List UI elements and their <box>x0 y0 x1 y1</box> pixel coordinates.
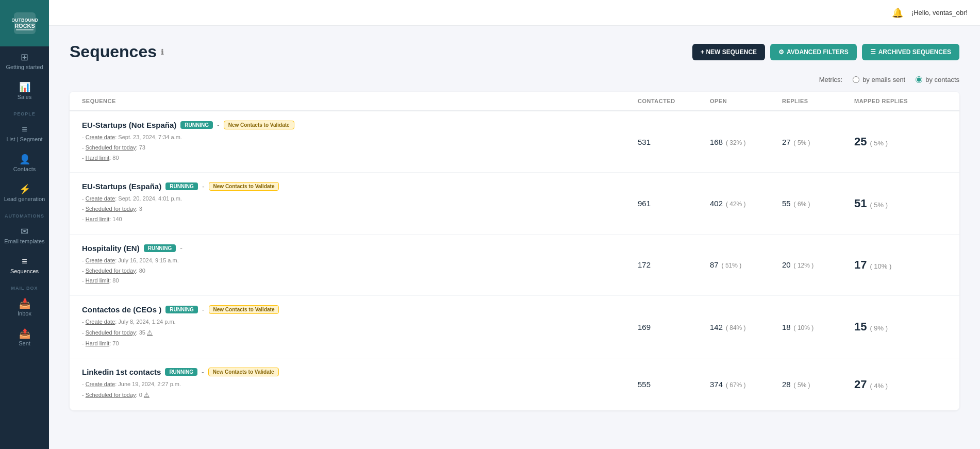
seq-name-3: Contactos de (CEOs ) Running - New Conta… <box>82 305 638 314</box>
advanced-filters-button[interactable]: ⚙ AVDANCED FILTERS <box>770 44 857 60</box>
grid-icon: ⊞ <box>21 53 28 62</box>
warn-icon: ⚠ <box>144 391 150 398</box>
running-badge: Running <box>144 244 176 252</box>
chart-icon: 📊 <box>19 82 30 92</box>
sidebar-logo[interactable]: OUTBOUND ROCKS <box>0 0 49 46</box>
metrics-label: Metrics: <box>819 76 843 84</box>
seq-cell-1: EU-Startups (España) Running - New Conta… <box>82 182 638 224</box>
contacted-cell-1: 961 <box>638 199 710 208</box>
filter-icon: ⚙ <box>778 48 784 56</box>
seq-name-4: Linkedin 1st contacts Running - New Cont… <box>82 368 638 376</box>
contacted-cell-4: 555 <box>638 380 710 389</box>
metrics-row: Metrics: by emails sent by contacts <box>70 76 959 84</box>
email-icon: ✉ <box>21 227 28 236</box>
open-cell-2: 87 ( 51% ) <box>710 260 782 269</box>
running-badge: Running <box>165 306 198 313</box>
topbar-greeting: ¡Hello, ventas_obr! <box>911 9 968 16</box>
seq-cell-2: Hospitality (EN) Running - - Create date… <box>82 244 638 286</box>
main-content: 🔔 ¡Hello, ventas_obr! Sequences ℹ + NEW … <box>49 0 980 449</box>
table-body: EU-Startups (Not España) Running - New C… <box>70 111 959 410</box>
seq-cell-3: Contactos de (CEOs ) Running - New Conta… <box>82 305 638 348</box>
warn-icon: ⚠ <box>147 329 153 336</box>
metrics-emails-label: by emails sent <box>862 76 905 84</box>
notification-bell-icon[interactable]: 🔔 <box>892 7 903 19</box>
table-row[interactable]: EU-Startups (España) Running - New Conta… <box>70 173 959 234</box>
mapped-replies-cell-4: 27 ( 4% ) <box>854 378 947 391</box>
sidebar-section-mailbox: MAIL BOX <box>0 280 49 293</box>
seq-name-0: EU-Startups (Not España) Running - New C… <box>82 121 638 129</box>
col-replies: REPLIES <box>782 98 854 104</box>
running-badge: Running <box>165 182 198 190</box>
list-icon: ≡ <box>22 125 27 134</box>
metrics-contacts-label: by contacts <box>925 76 959 84</box>
sidebar-item-lead-generation[interactable]: ⚡ Lead generation <box>0 178 49 208</box>
seq-meta-3: - Create date: July 8, 2024, 1:24 p.m. -… <box>82 317 638 348</box>
table-header: SEQUENCE CONTACTED OPEN REPLIES MAPPED R… <box>70 92 959 111</box>
table-row[interactable]: Hospitality (EN) Running - - Create date… <box>70 235 959 296</box>
validate-badge: New Contacts to Validate <box>209 305 279 314</box>
sidebar-item-sequences[interactable]: ≡ Sequences <box>0 251 49 280</box>
sent-icon: 📤 <box>19 329 30 338</box>
archive-icon: ☰ <box>870 48 876 56</box>
contacted-cell-0: 531 <box>638 138 710 146</box>
sidebar-item-sent[interactable]: 📤 Sent <box>0 323 49 353</box>
contacted-cell-3: 169 <box>638 323 710 331</box>
metrics-emails-option[interactable]: by emails sent <box>853 76 905 84</box>
seq-name-1: EU-Startups (España) Running - New Conta… <box>82 182 638 191</box>
validate-badge: New Contacts to Validate <box>224 121 294 129</box>
col-sequence: SEQUENCE <box>82 98 638 104</box>
metrics-contacts-option[interactable]: by contacts <box>916 76 959 84</box>
replies-cell-1: 55 ( 6% ) <box>782 199 854 208</box>
col-contacted: CONTACTED <box>638 98 710 104</box>
svg-text:ROCKS: ROCKS <box>14 23 35 29</box>
topbar: 🔔 ¡Hello, ventas_obr! <box>49 0 980 26</box>
running-badge: Running <box>165 368 197 376</box>
sidebar-section-people: PEOPLE <box>0 106 49 119</box>
contact-icon: 👤 <box>19 155 30 164</box>
sidebar-item-list-segment[interactable]: ≡ List | Segment <box>0 119 49 148</box>
seq-cell-0: EU-Startups (Not España) Running - New C… <box>82 121 638 163</box>
replies-cell-3: 18 ( 10% ) <box>782 323 854 331</box>
inbox-icon: 📥 <box>19 299 30 308</box>
replies-cell-2: 20 ( 12% ) <box>782 260 854 269</box>
sidebar-item-getting-started[interactable]: ⊞ Getting started <box>0 46 49 76</box>
sidebar: OUTBOUND ROCKS ⊞ Getting started 📊 Sales… <box>0 0 49 449</box>
metrics-contacts-radio[interactable] <box>916 76 922 83</box>
mapped-replies-cell-3: 15 ( 9% ) <box>854 320 947 334</box>
col-mapped-replies: MAPPED REPLIES <box>854 98 947 104</box>
running-badge: Running <box>180 121 213 129</box>
open-cell-1: 402 ( 42% ) <box>710 199 782 208</box>
sidebar-item-contacts[interactable]: 👤 Contacts <box>0 148 49 178</box>
mapped-replies-cell-2: 17 ( 10% ) <box>854 258 947 272</box>
sidebar-item-email-templates[interactable]: ✉ Email templates <box>0 221 49 251</box>
open-cell-0: 168 ( 32% ) <box>710 138 782 146</box>
lead-icon: ⚡ <box>19 185 30 194</box>
seq-meta-0: - Create date: Sept. 23, 2024, 7:34 a.m.… <box>82 132 638 163</box>
table-row[interactable]: EU-Startups (Not España) Running - New C… <box>70 111 959 173</box>
sidebar-item-sales[interactable]: 📊 Sales <box>0 76 49 106</box>
open-cell-3: 142 ( 84% ) <box>710 323 782 331</box>
mapped-replies-cell-0: 25 ( 5% ) <box>854 135 947 148</box>
seq-meta-2: - Create date: July 16, 2024, 9:15 a.m. … <box>82 256 638 286</box>
table-row[interactable]: Contactos de (CEOs ) Running - New Conta… <box>70 296 959 358</box>
sidebar-item-inbox[interactable]: 📥 Inbox <box>0 293 49 323</box>
page-header: Sequences ℹ + NEW SEQUENCE ⚙ AVDANCED FI… <box>70 42 959 61</box>
mapped-replies-cell-1: 51 ( 5% ) <box>854 197 947 210</box>
col-open: OPEN <box>710 98 782 104</box>
sequences-table: SEQUENCE CONTACTED OPEN REPLIES MAPPED R… <box>70 92 959 410</box>
page-title: Sequences ℹ <box>70 42 163 61</box>
replies-cell-4: 28 ( 5% ) <box>782 380 854 389</box>
validate-badge: New Contacts to Validate <box>209 182 279 191</box>
replies-cell-0: 27 ( 5% ) <box>782 138 854 146</box>
archived-sequences-button[interactable]: ☰ ARCHIVED SEQUENCES <box>862 44 959 60</box>
info-icon[interactable]: ℹ <box>161 48 163 56</box>
seq-cell-4: Linkedin 1st contacts Running - New Cont… <box>82 368 638 401</box>
seq-name-2: Hospitality (EN) Running - <box>82 244 638 253</box>
sequences-icon: ≡ <box>22 257 27 266</box>
table-row[interactable]: Linkedin 1st contacts Running - New Cont… <box>70 358 959 410</box>
header-actions: + NEW SEQUENCE ⚙ AVDANCED FILTERS ☰ ARCH… <box>692 44 959 60</box>
contacted-cell-2: 172 <box>638 260 710 269</box>
page-content: Sequences ℹ + NEW SEQUENCE ⚙ AVDANCED FI… <box>49 26 980 449</box>
metrics-emails-radio[interactable] <box>853 76 859 83</box>
new-sequence-button[interactable]: + NEW SEQUENCE <box>692 44 765 60</box>
